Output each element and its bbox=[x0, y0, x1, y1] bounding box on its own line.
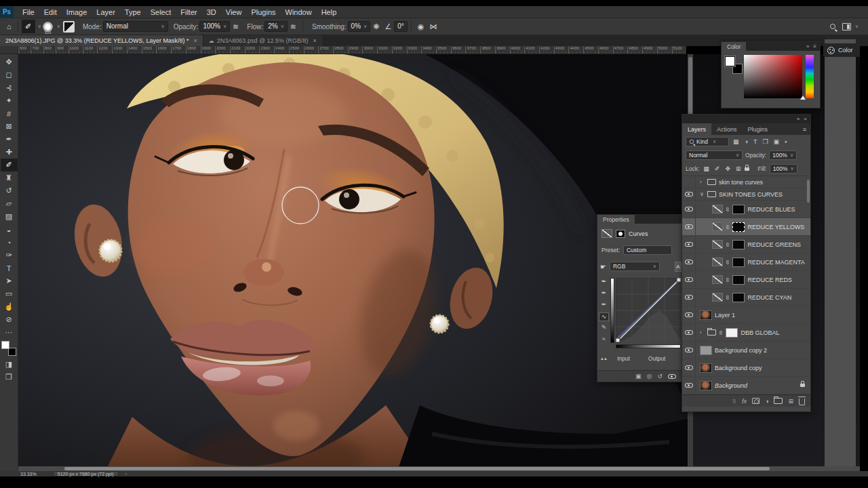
new-adjustment-layer-icon[interactable]: ◑ bbox=[765, 398, 768, 405]
menu-item-plugins[interactable]: Plugins bbox=[246, 6, 280, 18]
shape-tool[interactable]: ▭ bbox=[1, 287, 18, 300]
eye-cell[interactable] bbox=[682, 218, 696, 235]
layer-visibility-eye[interactable] bbox=[685, 277, 693, 282]
collapse-panel-icon[interactable]: » bbox=[797, 116, 800, 122]
layer-row[interactable]: Background copy 2 bbox=[682, 342, 810, 359]
panel-menu-icon[interactable]: ≡ bbox=[813, 43, 816, 49]
mask-link-icon[interactable]: ∞ bbox=[724, 207, 731, 211]
quick-mask[interactable]: ◨ bbox=[1, 358, 18, 371]
layers-scroll-thumb[interactable] bbox=[807, 180, 810, 203]
move-tool[interactable]: ✥ bbox=[1, 56, 18, 68]
foreground-color-swatch[interactable] bbox=[725, 56, 735, 66]
link-layers-icon[interactable]: ∞ bbox=[731, 399, 738, 403]
more-tools[interactable]: ⋯ bbox=[1, 326, 18, 339]
angle-field[interactable]: 0° bbox=[394, 21, 408, 32]
horizontal-scroll-thumb[interactable] bbox=[64, 467, 770, 470]
curves-thumbnail[interactable] bbox=[712, 258, 723, 266]
eye-cell[interactable] bbox=[682, 236, 696, 253]
black-point-eyedropper-icon[interactable]: ✒ bbox=[601, 278, 607, 287]
smoothing-gear-icon[interactable]: ❋ bbox=[370, 22, 382, 31]
history-brush-tool[interactable]: ↺ bbox=[1, 184, 18, 197]
gray-point-eyedropper-icon[interactable]: ✒ bbox=[601, 289, 607, 298]
eye-cell[interactable] bbox=[682, 324, 696, 341]
curves-thumbnail[interactable] bbox=[712, 275, 723, 284]
brush-tip-preview[interactable]: 300 bbox=[43, 22, 53, 32]
blend-mode-select[interactable]: Normal ∨ bbox=[103, 21, 168, 32]
layer-mask-thumbnail[interactable] bbox=[732, 205, 745, 214]
color-panel-tab[interactable]: Color bbox=[722, 42, 746, 51]
path-select-tool[interactable]: ➤ bbox=[1, 274, 18, 287]
curves-thumbnail[interactable] bbox=[712, 240, 723, 249]
eye-cell[interactable] bbox=[682, 342, 696, 359]
menu-item-layer[interactable]: Layer bbox=[92, 6, 120, 18]
eye-cell[interactable] bbox=[682, 306, 696, 323]
smooth-curve-icon[interactable]: ≈ bbox=[602, 336, 606, 344]
eye-cell[interactable] bbox=[682, 377, 696, 394]
layer-visibility-eye[interactable] bbox=[685, 383, 693, 388]
layer-thumbnail[interactable] bbox=[700, 310, 712, 320]
zoom-level[interactable]: 33.33% bbox=[20, 472, 37, 476]
menu-item-filter[interactable]: Filter bbox=[176, 6, 201, 18]
layer-row[interactable]: ∞REDUCE GREENS bbox=[682, 236, 810, 253]
visibility-eye-icon[interactable] bbox=[668, 374, 676, 379]
layer-mask-thumbnail[interactable] bbox=[732, 293, 745, 302]
collapse-panel-icon[interactable]: » bbox=[806, 43, 809, 49]
filter-toggle-icon[interactable]: ● bbox=[783, 140, 789, 144]
layer-opacity-field[interactable]: 100%∨ bbox=[769, 150, 797, 160]
clipping-warning-icon[interactable]: ▲▲ bbox=[600, 357, 607, 361]
hand-tool[interactable]: ☝ bbox=[1, 300, 18, 313]
group-caret-icon[interactable]: › bbox=[700, 179, 705, 185]
eye-cell[interactable] bbox=[682, 188, 696, 200]
mask-link-icon[interactable]: ∞ bbox=[724, 277, 731, 281]
layer-mask-thumbnail[interactable] bbox=[732, 275, 745, 285]
filter-adjustment-icon[interactable]: ◑ bbox=[743, 138, 749, 145]
layer-row[interactable]: ∞REDUCE REDS bbox=[682, 271, 810, 289]
layer-blend-mode-select[interactable]: Normal∨ bbox=[686, 150, 743, 160]
pressure-size-icon[interactable]: ◉ bbox=[415, 22, 427, 31]
layer-row[interactable]: ›∞DBB GLOBAL bbox=[682, 324, 810, 342]
zoom-tool[interactable]: ⊘ bbox=[1, 313, 18, 326]
curves-thumbnail[interactable] bbox=[712, 222, 723, 231]
layer-row[interactable]: ›skin tone curves bbox=[682, 176, 810, 188]
menu-item-view[interactable]: View bbox=[221, 6, 247, 18]
tab-plugins[interactable]: Plugins bbox=[743, 123, 774, 135]
layer-row[interactable]: ∞REDUCE MAGENTA bbox=[682, 253, 810, 271]
layer-visibility-eye[interactable] bbox=[685, 330, 693, 335]
add-mask-icon[interactable] bbox=[752, 398, 760, 404]
layer-visibility-eye[interactable] bbox=[685, 295, 693, 300]
layer-row[interactable]: ∞REDUCE BLUES bbox=[682, 201, 810, 218]
white-point-eyedropper-icon[interactable]: ✒ bbox=[601, 301, 607, 310]
clip-to-layer-icon[interactable]: ▣ bbox=[635, 373, 642, 380]
filter-type-icon[interactable]: T bbox=[752, 138, 759, 145]
lock-pixels-icon[interactable]: ✐ bbox=[713, 165, 722, 172]
menu-item-file[interactable]: File bbox=[18, 6, 39, 18]
lock-position-icon[interactable]: ✥ bbox=[724, 165, 732, 172]
layer-row[interactable]: Background bbox=[682, 377, 810, 394]
healing-brush-tool[interactable]: ✚ bbox=[1, 146, 18, 159]
picker-marker[interactable] bbox=[800, 96, 806, 100]
screen-mode[interactable]: ❒ bbox=[1, 371, 18, 384]
channel-select[interactable]: RGB∨ bbox=[610, 262, 660, 271]
targeted-adjustment-icon[interactable]: ☛ bbox=[600, 263, 606, 270]
filter-shape-icon[interactable]: ❒ bbox=[761, 138, 769, 145]
menu-item-window[interactable]: Window bbox=[281, 6, 317, 18]
eye-cell[interactable] bbox=[682, 271, 696, 288]
vertical-scroll-thumb[interactable] bbox=[688, 57, 692, 122]
collapsed-color-panel-button[interactable]: Color bbox=[823, 43, 860, 57]
brush-tip-arrow[interactable]: ∨ bbox=[57, 24, 60, 29]
gradient-tool[interactable]: ▨ bbox=[1, 210, 18, 223]
document-tab-active[interactable]: 2N3A8806(1).JPG @ 33.3% (REDUCE YELLOWS,… bbox=[0, 35, 203, 46]
reset-icon[interactable]: ↺ bbox=[657, 373, 663, 380]
lock-all-icon[interactable] bbox=[745, 167, 749, 171]
tab-close-icon[interactable]: × bbox=[313, 37, 317, 44]
type-tool[interactable]: T bbox=[1, 262, 18, 274]
new-layer-icon[interactable]: ⊞ bbox=[788, 398, 793, 405]
workspace-icon[interactable] bbox=[842, 23, 851, 30]
layer-mask-thumbnail[interactable] bbox=[732, 240, 745, 249]
opacity-field[interactable]: 100% ∨ bbox=[199, 21, 230, 32]
eye-cell[interactable] bbox=[682, 289, 696, 306]
eye-cell[interactable] bbox=[682, 201, 696, 218]
canvas[interactable] bbox=[18, 54, 688, 469]
dodge-tool[interactable]: ◔ bbox=[1, 236, 18, 249]
mask-link-icon[interactable]: ∞ bbox=[717, 330, 724, 334]
